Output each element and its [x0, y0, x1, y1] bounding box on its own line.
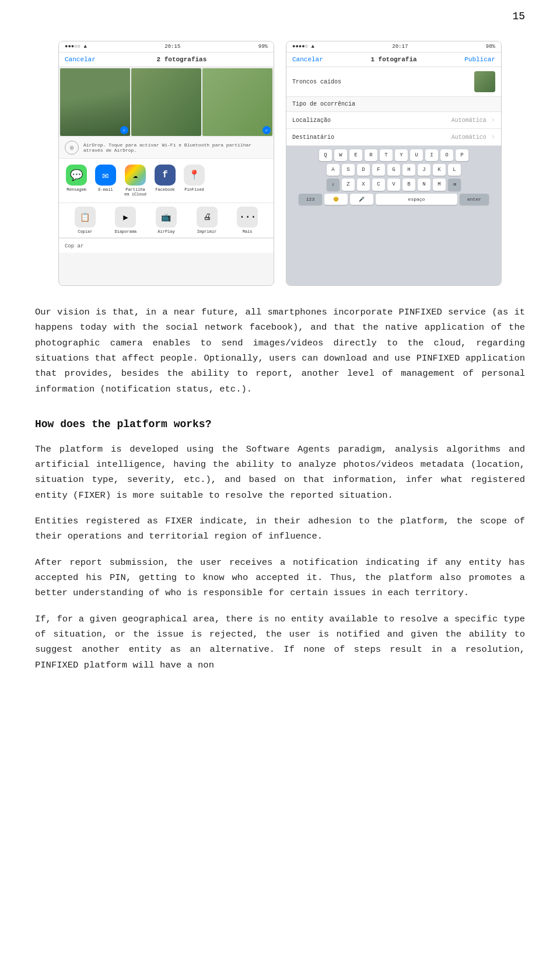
icloud-icon: ☁	[125, 165, 146, 186]
airdrop-icon: ◎	[65, 141, 79, 155]
section1-p4: If, for a given geographical area, there…	[35, 611, 525, 673]
photo-2	[131, 68, 201, 136]
airplay-label: AirPlay	[158, 229, 174, 234]
kb-row-2: A S D F G H J K L	[289, 164, 499, 176]
key-l: L	[448, 164, 461, 176]
key-o: O	[440, 149, 453, 161]
airdrop-text: AirDrop. Toque para activar Wi-Fi e Blue…	[83, 142, 268, 153]
photo-3: ✓	[202, 68, 272, 136]
actions-row: 📋 Copiar ▶ Diaporama 📺 AirPlay 🖨 Imprimi…	[59, 203, 274, 238]
share-pinfixed: 📍 PinFixed	[184, 165, 205, 197]
section1-p2: Entities registered as FIXER indicate, i…	[35, 513, 525, 544]
action-copiar: 📋 Copiar	[65, 207, 106, 234]
kb-row-1: Q W E R T Y U I O P	[289, 149, 499, 161]
status-bar-right: ●●●●○ ▲ 20:17 98%	[286, 41, 501, 53]
localizacao-value: Automática	[452, 117, 487, 124]
section1-heading: How does the platform works?	[35, 415, 525, 434]
key-w: W	[334, 149, 347, 161]
key-z: Z	[342, 179, 355, 191]
publish-btn: Publicar	[464, 56, 495, 63]
destinatario-value: Automático	[452, 134, 487, 141]
signal-right: ●●●●○ ▲	[292, 44, 314, 50]
key-g: G	[387, 164, 400, 176]
cancel-btn-right: Cancelar	[292, 56, 323, 63]
troncos-label: Troncos caídos	[292, 79, 470, 85]
share-email: ✉ E-mail	[95, 165, 116, 197]
signal-left: ●●●○○ ▲	[65, 44, 87, 50]
time-left: 20:15	[164, 44, 180, 50]
mensagem-label: Mensagem	[66, 187, 86, 192]
key-i: I	[425, 149, 438, 161]
key-t: T	[380, 149, 393, 161]
key-r: R	[365, 149, 377, 161]
key-emoji: 😊	[324, 194, 348, 205]
key-p: P	[456, 149, 468, 161]
facebook-icon: f	[155, 165, 176, 186]
photo-1: ✓	[60, 68, 130, 136]
key-a: A	[327, 164, 340, 176]
section1-p1: The platform is developed using the Soft…	[35, 442, 525, 503]
key-j: J	[418, 164, 430, 176]
airplay-icon: 📺	[156, 207, 177, 228]
localizacao-arrow: ›	[491, 116, 495, 124]
title-right: 1 fotografia	[370, 56, 416, 63]
section1-p3: After report submission, the user receiv…	[35, 555, 525, 601]
pinfixed-label: PinFixed	[184, 187, 204, 192]
key-n: N	[418, 179, 430, 191]
battery-right: 98%	[486, 44, 495, 50]
copiar-label: Copiar	[78, 229, 92, 234]
title-left: 2 fotografias	[156, 56, 206, 63]
destinatario-arrow: ›	[491, 133, 495, 141]
imprimir-label: Imprimir	[197, 229, 217, 234]
key-s: S	[342, 164, 355, 176]
key-d: D	[357, 164, 370, 176]
form-row-tipo: Tipo de ocorrência	[286, 97, 501, 112]
key-x: X	[357, 179, 370, 191]
key-mic: 🎤	[350, 194, 373, 205]
copiar-row-bottom: Cop ar	[59, 238, 274, 253]
email-label: E-mail	[98, 187, 113, 192]
tipo-label: Tipo de ocorrência	[292, 101, 495, 107]
mais-label: Mais	[243, 229, 253, 234]
mensagem-icon: 💬	[66, 165, 87, 186]
icloud-label: Partilha em iCloud	[124, 187, 146, 197]
destinatario-label: Destinatário	[292, 134, 447, 141]
form-row-destinatario: Destinatário Automático ›	[286, 129, 501, 146]
form-row-localizacao: Localização Automática ›	[286, 112, 501, 129]
pinfixed-icon: 📍	[184, 165, 205, 186]
battery-left: 99%	[258, 44, 268, 50]
key-space: espaço	[376, 194, 457, 205]
key-v: V	[387, 179, 400, 191]
kb-row-3: ⇧ Z X C V B N M ⌫	[289, 179, 499, 191]
photos-grid: ✓ ✓	[59, 67, 274, 137]
key-c: C	[372, 179, 385, 191]
key-u: U	[410, 149, 423, 161]
key-backspace: ⌫	[448, 179, 461, 191]
key-k: K	[433, 164, 446, 176]
share-icloud: ☁ Partilha em iCloud	[124, 165, 146, 197]
right-screenshot: ●●●●○ ▲ 20:17 98% Cancelar 1 fotografia …	[286, 41, 502, 286]
key-q: Q	[319, 149, 332, 161]
key-enter: enter	[460, 194, 489, 205]
action-airplay: 📺 AirPlay	[146, 207, 187, 234]
intro-paragraph: Our vision is that, in a near future, al…	[35, 305, 525, 397]
key-b: B	[402, 179, 415, 191]
key-h: H	[402, 164, 415, 176]
left-screenshot: ●●●○○ ▲ 20:15 99% Cancelar 2 fotografias…	[58, 41, 274, 286]
diaporama-label: Diaporama	[114, 229, 136, 234]
imprimir-icon: 🖨	[197, 207, 218, 228]
screenshots-row: ●●●○○ ▲ 20:15 99% Cancelar 2 fotografias…	[35, 41, 525, 286]
nav-bar-right: Cancelar 1 fotografia Publicar	[286, 53, 501, 67]
kb-row-4: 123 😊 🎤 espaço enter	[289, 194, 499, 205]
action-mais: ··· Mais	[227, 207, 268, 234]
airdrop-banner: ◎ AirDrop. Toque para activar Wi-Fi e Bl…	[59, 137, 274, 159]
share-facebook: f Facebook	[155, 165, 176, 197]
key-m: M	[433, 179, 446, 191]
action-imprimir: 🖨 Imprimir	[187, 207, 228, 234]
diaporama-icon: ▶	[115, 207, 136, 228]
cancel-btn-left: Cancelar	[65, 56, 96, 63]
copiar-text-bottom: Cop ar	[65, 243, 83, 249]
facebook-label: Facebook	[155, 187, 175, 192]
key-y: Y	[395, 149, 408, 161]
share-mensagem: 💬 Mensagem	[66, 165, 87, 197]
